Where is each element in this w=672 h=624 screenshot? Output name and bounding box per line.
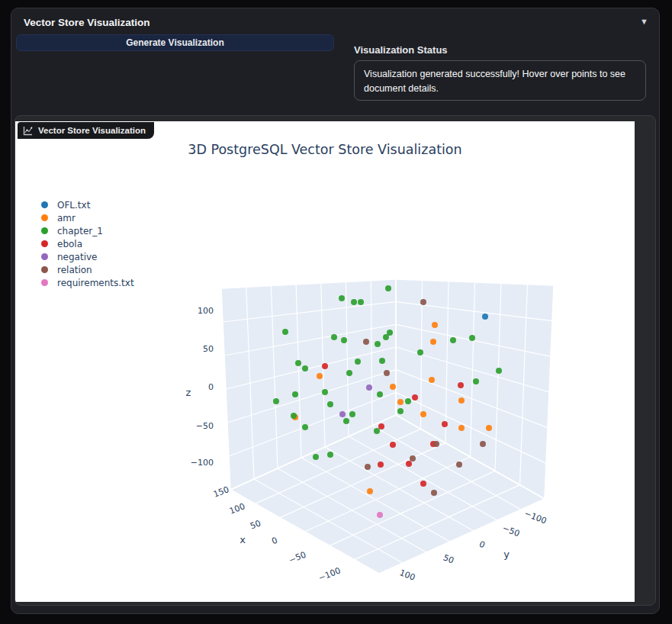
data-point-chapter_1[interactable] [295, 360, 301, 366]
accordion-title: Vector Store Visualization [24, 17, 150, 28]
data-point-chapter_1[interactable] [450, 337, 456, 343]
data-point-chapter_1[interactable] [302, 365, 308, 372]
data-point-negative[interactable] [339, 411, 346, 417]
data-point-amr[interactable] [486, 425, 492, 431]
data-point-amr[interactable] [458, 397, 465, 404]
z-axis-label: z [186, 387, 191, 398]
scatter-chart-icon [23, 126, 33, 136]
data-point-chapter_1[interactable] [349, 411, 355, 417]
z-axis-tick: 0 [208, 382, 214, 392]
data-point-chapter_1[interactable] [469, 335, 475, 341]
data-point-chapter_1[interactable] [331, 334, 337, 340]
data-point-chapter_1[interactable] [385, 285, 391, 291]
accordion-collapse-icon[interactable]: ▼ [640, 17, 648, 26]
app-root: { "accordion": { "title": "Vector Store … [0, 0, 672, 624]
data-point-amr[interactable] [430, 339, 436, 345]
data-point-relation[interactable] [431, 490, 437, 496]
data-point-chapter_1[interactable] [405, 398, 411, 404]
data-point-chapter_1[interactable] [341, 337, 347, 343]
status-textbox: Visualization generated successfully! Ho… [354, 60, 646, 101]
data-point-ebola[interactable] [420, 481, 426, 487]
data-point-ebola[interactable] [442, 421, 448, 427]
z-axis-tick: −50 [196, 421, 214, 431]
data-point-amr[interactable] [429, 377, 435, 383]
data-point-chapter_1[interactable] [397, 408, 404, 414]
data-point-ebola[interactable] [412, 394, 418, 400]
generate-visualization-button[interactable]: Generate Visualization [16, 34, 334, 51]
z-axis-tick: 50 [203, 344, 214, 354]
data-point-negative[interactable] [366, 384, 372, 391]
data-point-chapter_1[interactable] [292, 391, 298, 397]
data-point-relation[interactable] [433, 441, 439, 447]
status-message: Visualization generated successfully! Ho… [364, 69, 625, 94]
data-point-ebola[interactable] [390, 442, 396, 448]
data-point-chapter_1[interactable] [343, 418, 349, 424]
data-point-amr[interactable] [397, 399, 404, 405]
x-axis-label: x [240, 534, 246, 545]
plot-block: Vector Store Visualization 3D PostgreSQL… [14, 115, 656, 606]
y-axis-label: y [503, 548, 510, 560]
z-axis-tick: −100 [191, 458, 214, 468]
data-point-chapter_1[interactable] [496, 368, 502, 374]
data-point-ebola[interactable] [458, 382, 464, 388]
data-point-amr[interactable] [367, 488, 373, 494]
data-point-chapter_1[interactable] [379, 358, 385, 364]
data-point-amr[interactable] [420, 411, 426, 417]
data-point-relation[interactable] [420, 299, 426, 305]
data-point-amr[interactable] [317, 373, 323, 379]
data-point-relation[interactable] [456, 462, 462, 468]
data-point-chapter_1[interactable] [322, 389, 328, 395]
data-point-amr[interactable] [390, 384, 396, 390]
data-point-chapter_1[interactable] [339, 295, 345, 301]
app-panel: Vector Store Visualization ▼ Generate Vi… [11, 8, 660, 614]
data-point-chapter_1[interactable] [355, 359, 361, 365]
data-point-relation[interactable] [480, 441, 486, 447]
data-point-ebola[interactable] [322, 363, 328, 369]
data-point-relation[interactable] [410, 455, 416, 462]
data-point-chapter_1[interactable] [417, 349, 423, 355]
data-point-relation[interactable] [363, 339, 369, 345]
data-point-ebola[interactable] [378, 462, 384, 468]
plotly-3d-figure[interactable]: 3D PostgreSQL Vector Store Visualization… [15, 121, 635, 602]
plot-tab-label: Vector Store Visualization [38, 126, 146, 135]
z-axis-tick: 100 [198, 306, 214, 316]
data-point-chapter_1[interactable] [377, 391, 383, 397]
data-point-amr[interactable] [458, 425, 465, 431]
data-point-chapter_1[interactable] [273, 398, 279, 404]
data-point-chapter_1[interactable] [473, 378, 479, 384]
data-point-chapter_1[interactable] [282, 329, 288, 335]
data-point-relation[interactable] [384, 370, 390, 376]
data-point-chapter_1[interactable] [327, 452, 333, 458]
scene-3d[interactable] [15, 121, 635, 602]
data-point-chapter_1[interactable] [313, 454, 319, 460]
data-point-relation[interactable] [365, 464, 371, 470]
plot-tab-badge: Vector Store Visualization [18, 122, 154, 139]
data-point-chapter_1[interactable] [358, 299, 364, 305]
data-point-requirements.txt[interactable] [377, 512, 383, 518]
data-point-chapter_1[interactable] [291, 413, 297, 419]
data-point-OFL.txt[interactable] [482, 314, 488, 320]
accordion-header[interactable]: Vector Store Visualization ▼ [11, 8, 659, 37]
data-point-ebola[interactable] [378, 423, 384, 429]
data-point-ebola[interactable] [406, 461, 412, 467]
data-point-chapter_1[interactable] [351, 299, 357, 305]
data-point-chapter_1[interactable] [387, 330, 393, 336]
data-point-chapter_1[interactable] [375, 341, 381, 347]
data-point-chapter_1[interactable] [346, 370, 352, 376]
status-label: Visualization Status [354, 44, 448, 56]
data-point-chapter_1[interactable] [302, 424, 308, 430]
data-point-amr[interactable] [432, 322, 438, 328]
data-point-chapter_1[interactable] [327, 401, 333, 407]
